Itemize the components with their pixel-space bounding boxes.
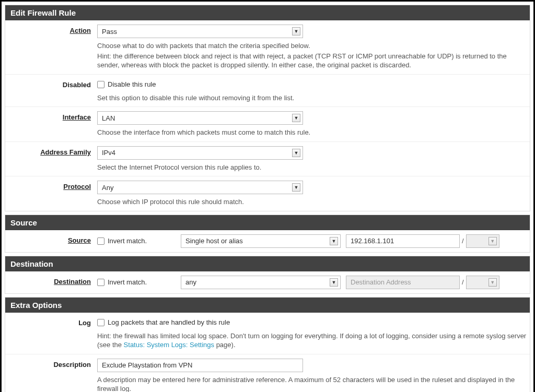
panel-edit-rule: Edit Firewall Rule Action Pass ▼ Choose …	[5, 5, 530, 211]
help-log: Hint: the firewall has limited local log…	[97, 331, 527, 350]
label-log: Log	[8, 317, 97, 350]
row-address-family: Address Family IPv4 ▼ Select the Interne…	[5, 142, 530, 177]
chevron-down-icon: ▼	[292, 114, 300, 122]
checkbox-disable-rule[interactable]	[97, 81, 104, 88]
row-destination: Destination Invert match. any ▼ Destinat…	[5, 271, 530, 293]
help-address-family: Select the Internet Protocol version thi…	[97, 163, 527, 172]
select-action-value: Pass	[102, 28, 117, 35]
label-action: Action	[8, 25, 97, 70]
row-log: Log Log packets that are handled by this…	[5, 313, 530, 354]
checkbox-source-invert-label: Invert match.	[108, 237, 147, 245]
panel-header-destination: Destination	[5, 256, 530, 271]
select-protocol[interactable]: Any ▼	[97, 181, 303, 194]
panel-source: Source Source Invert match. Single host …	[5, 215, 530, 253]
row-disabled: Disabled Disable this rule Set this opti…	[5, 75, 530, 108]
label-address-family: Address Family	[8, 146, 97, 172]
input-source-address[interactable]: 192.168.1.101	[346, 234, 460, 248]
chevron-down-icon: ▼	[292, 183, 300, 192]
checkbox-log[interactable]	[97, 319, 104, 326]
row-interface: Interface LAN ▼ Choose the interface fro…	[5, 107, 530, 142]
checkbox-disable-rule-label: Disable this rule	[108, 80, 156, 88]
panel-destination: Destination Destination Invert match. an…	[5, 256, 530, 294]
select-interface-value: LAN	[102, 114, 115, 122]
select-destination-mask[interactable]: ▼	[466, 276, 499, 289]
chevron-down-icon: ▼	[330, 237, 338, 245]
label-description: Description	[8, 359, 97, 392]
help-disabled: Set this option to disable this rule wit…	[97, 93, 527, 103]
select-source-mask[interactable]: ▼	[466, 234, 499, 248]
label-destination: Destination	[8, 276, 97, 289]
row-source: Source Invert match. Single host or alia…	[5, 230, 530, 252]
firewall-rule-editor: Edit Firewall Rule Action Pass ▼ Choose …	[0, 0, 535, 392]
select-address-family[interactable]: IPv4 ▼	[97, 146, 303, 160]
select-action[interactable]: Pass ▼	[97, 25, 303, 38]
panel-header-extra: Extra Options	[5, 298, 530, 313]
select-source-type[interactable]: Single host or alias ▼	[181, 234, 341, 248]
select-protocol-value: Any	[102, 184, 113, 192]
chevron-down-icon: ▼	[489, 237, 497, 245]
help-protocol: Choose which IP protocol this rule shoul…	[97, 197, 527, 207]
checkbox-destination-invert[interactable]	[97, 279, 104, 286]
help-action-2: Hint: the difference between block and r…	[97, 52, 527, 70]
source-mask-separator: /	[460, 237, 466, 245]
select-destination-type-value: any	[185, 278, 196, 286]
label-disabled: Disabled	[8, 79, 97, 103]
destination-mask-separator: /	[460, 278, 466, 286]
input-description[interactable]: Exclude Playstation from VPN	[97, 359, 303, 372]
help-interface: Choose the interface from which packets …	[97, 128, 527, 137]
link-syslog-settings[interactable]: Status: System Logs: Settings	[124, 341, 214, 349]
checkbox-log-label: Log packets that are handled by this rul…	[108, 318, 230, 326]
row-description: Description Exclude Playstation from VPN…	[5, 354, 530, 392]
chevron-down-icon: ▼	[330, 278, 338, 287]
panel-extra-options: Extra Options Log Log packets that are h…	[5, 297, 530, 392]
label-protocol: Protocol	[8, 181, 97, 207]
input-destination-address[interactable]: Destination Address	[346, 276, 460, 289]
checkbox-destination-invert-label: Invert match.	[108, 278, 147, 286]
row-protocol: Protocol Any ▼ Choose which IP protocol …	[5, 176, 530, 211]
label-interface: Interface	[8, 111, 97, 137]
panel-header-source: Source	[5, 215, 530, 230]
help-action-1: Choose what to do with packets that matc…	[97, 41, 527, 51]
select-destination-type[interactable]: any ▼	[181, 276, 341, 289]
chevron-down-icon: ▼	[489, 278, 497, 287]
chevron-down-icon: ▼	[292, 149, 300, 157]
panel-header-edit: Edit Firewall Rule	[5, 5, 530, 20]
help-description: A description may be entered here for ad…	[97, 375, 527, 392]
label-source: Source	[8, 234, 97, 248]
select-address-family-value: IPv4	[102, 149, 115, 157]
select-interface[interactable]: LAN ▼	[97, 111, 303, 125]
checkbox-source-invert[interactable]	[97, 237, 104, 245]
chevron-down-icon: ▼	[292, 27, 300, 35]
row-action: Action Pass ▼ Choose what to do with pac…	[5, 20, 530, 75]
select-source-type-value: Single host or alias	[185, 237, 243, 245]
